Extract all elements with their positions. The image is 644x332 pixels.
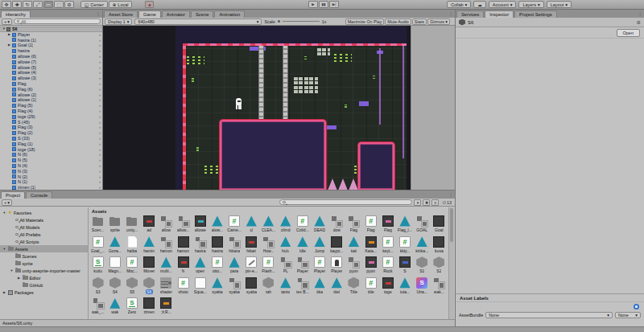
hierarchy-item-n-3[interactable]: N (3)› <box>0 169 102 174</box>
asset-r[interactable]: 大R... <box>158 297 175 318</box>
hierarchy-item-n-5[interactable]: N (5)› <box>0 158 102 163</box>
prefab-open-chevron[interactable]: › <box>99 152 101 158</box>
prefab-open-chevron[interactable]: › <box>99 81 101 87</box>
asset-hamin[interactable]: hamin <box>141 236 158 256</box>
prefab-open-chevron[interactable]: › <box>99 70 101 76</box>
hierarchy-item-s-33[interactable]: S (33)› <box>0 136 102 141</box>
pause-button[interactable]: ▮▮ <box>319 1 328 8</box>
gear-icon[interactable]: ⚙ <box>637 19 641 25</box>
asset-allowe[interactable]: allowe <box>192 215 208 236</box>
asset-mover[interactable]: Mover <box>141 256 158 277</box>
game-viewport[interactable] <box>103 26 411 190</box>
game-tab-game[interactable]: Game <box>138 10 161 18</box>
scrollbar-thumb[interactable] <box>450 208 453 242</box>
asset-tah[interactable]: tah <box>260 277 277 297</box>
prefab-open-chevron[interactable]: › <box>99 136 101 141</box>
cloud-button[interactable]: ☁ <box>473 1 486 8</box>
hierarchy-item-allowe-2[interactable]: allowe (2)› <box>0 92 102 98</box>
prefab-open-chevron[interactable]: › <box>99 141 101 147</box>
asset-came[interactable]: Came... <box>226 215 243 236</box>
assetbundle-variant-dropdown[interactable]: None▾ <box>615 312 641 318</box>
account-button[interactable]: Account▾ <box>489 1 517 8</box>
expand-arrow[interactable]: ▼ <box>2 248 6 251</box>
project-tree-favorites[interactable]: ▼★Favorites <box>0 209 88 216</box>
prefab-open-chevron[interactable]: › <box>99 32 101 38</box>
prefab-open-chevron[interactable]: › <box>99 169 101 174</box>
asset-scen[interactable]: Scen... <box>89 215 106 236</box>
rect-tool[interactable]: ▭ <box>43 1 53 8</box>
game-mute-audio-button[interactable]: Mute Audio <box>385 18 411 25</box>
project-tab-console[interactable]: Console <box>26 191 52 199</box>
asset-s[interactable]: S <box>396 256 413 277</box>
hierarchy-item-flag-4[interactable]: Flag (4)› <box>0 109 102 114</box>
create-menu-button[interactable]: +▾ <box>2 199 12 206</box>
prefab-open-chevron[interactable]: › <box>99 125 101 130</box>
rotate-tool[interactable]: ↻ <box>23 1 32 8</box>
hierarchy-item-allowe-7[interactable]: allowe (7)› <box>0 59 102 65</box>
hierarchy-item-player[interactable]: ▶Player› <box>0 32 102 38</box>
asset-unity[interactable]: unity... <box>123 215 140 236</box>
label-icon[interactable] <box>634 304 639 309</box>
panel-menu-icon[interactable]: ⋮ <box>96 10 101 16</box>
expand-arrow[interactable]: ▶ <box>2 290 6 294</box>
prefab-open-chevron[interactable]: › <box>99 120 101 125</box>
asset-goza[interactable]: Goza... <box>106 236 123 256</box>
asset-wak[interactable]: wak <box>106 297 123 318</box>
prefab-open-chevron[interactable]: › <box>99 109 101 114</box>
asset-hamon[interactable]: hamon <box>175 236 192 256</box>
asset-s3[interactable]: S3 <box>89 277 106 297</box>
asset-moc[interactable]: Moc... <box>123 256 140 277</box>
hierarchy-item-flag-1[interactable]: Flag (1)› <box>0 141 102 147</box>
scale-slider-handle[interactable] <box>278 20 280 23</box>
asset-flag[interactable]: Flag <box>345 215 362 236</box>
asset-kaypt[interactable]: kaypt... <box>328 236 345 256</box>
asset-colid[interactable]: Colid... <box>294 215 311 236</box>
hierarchy-item-allowe-3[interactable]: allowe (3)› <box>0 76 102 81</box>
hierarchy-item-n-6[interactable]: N (6)› <box>0 152 102 158</box>
asset-goal[interactable]: Goal <box>431 215 448 236</box>
asset-allow[interactable]: allow <box>158 215 175 236</box>
asset-hasira[interactable]: hasira <box>192 236 208 256</box>
asset-clea[interactable]: CLEA... <box>260 215 277 236</box>
save-search-button[interactable]: ≡ <box>431 199 439 206</box>
asset-tanto[interactable]: tanto <box>277 277 294 297</box>
expand-arrow[interactable]: ▼ <box>10 269 14 273</box>
custom-tool[interactable]: ⚙ <box>64 1 74 8</box>
project-tab-project[interactable]: Project <box>1 191 25 199</box>
prefab-open-chevron[interactable]: › <box>99 38 101 43</box>
project-tree-scenes[interactable]: Scenes <box>0 252 88 260</box>
hierarchy-item-hasira[interactable]: hasira› <box>0 48 102 54</box>
search-by-type-button[interactable]: ▾ <box>414 199 421 206</box>
asset-player[interactable]: Player <box>294 256 311 277</box>
asset-dead[interactable]: DEAD <box>311 215 328 236</box>
asset-flag[interactable]: Flag <box>379 215 396 236</box>
search-by-label-button[interactable]: ✱ <box>423 199 430 206</box>
asset-hulu[interactable]: hulu <box>277 236 294 256</box>
asset-pyon[interactable]: pyon <box>362 256 379 277</box>
hierarchy-item-toge-29[interactable]: toge (29)› <box>0 114 102 120</box>
project-search-input[interactable] <box>279 199 412 205</box>
project-tree-all-scripts[interactable]: All Scripts <box>0 238 88 245</box>
asset-zero[interactable]: Zero <box>123 297 140 318</box>
transform-tool[interactable]: ⬚ <box>54 1 64 8</box>
hierarchy-item-allowe-5[interactable]: allowe (5)› <box>0 65 102 71</box>
asset-wak[interactable]: wak... <box>431 277 448 297</box>
asset-squa[interactable]: Squa... <box>192 277 208 297</box>
play-button[interactable]: ▶ <box>308 1 318 8</box>
asset-s1[interactable]: S1 <box>414 256 431 277</box>
hierarchy-item-flag-2[interactable]: Flag (2)› <box>0 130 102 136</box>
hierarchy-item-flag[interactable]: Flag› <box>0 81 102 87</box>
hierarchy-item-toge-18[interactable]: toge (18)› <box>0 147 102 153</box>
asset-flash[interactable]: Flash... <box>260 256 277 277</box>
prefab-open-chevron[interactable]: › <box>99 97 101 103</box>
panel-menu-icon[interactable]: ⋮ <box>448 191 453 197</box>
hierarchy-item-n-2[interactable]: N (2)› <box>0 174 102 180</box>
panel-menu-icon[interactable]: ⋮ <box>448 10 453 16</box>
display-dropdown[interactable]: Display 1▾ <box>105 18 132 25</box>
asset-syaba[interactable]: syaba <box>226 277 243 297</box>
collab-button[interactable]: Collab▾ <box>447 1 471 8</box>
asset-kuttu[interactable]: kuttu <box>89 256 106 277</box>
asset-wak[interactable]: wak_... <box>89 297 106 318</box>
layout-button[interactable]: Layout▾ <box>547 1 572 8</box>
scale-tool[interactable]: ⤢ <box>33 1 43 8</box>
